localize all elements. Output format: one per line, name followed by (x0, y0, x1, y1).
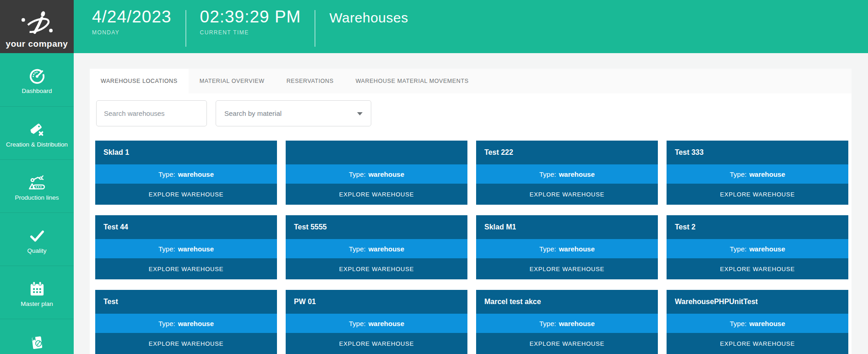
company-name: your company (6, 39, 68, 49)
warehouse-type-value: warehouse (369, 245, 404, 253)
tab-warehouse-locations[interactable]: WAREHOUSE LOCATIONS (90, 69, 189, 93)
warehouse-type-value: warehouse (749, 170, 785, 178)
warehouse-type-row: Type: warehouse (476, 314, 658, 333)
warehouse-card-header: PW 01 (286, 290, 467, 314)
chevron-down-icon (357, 112, 363, 115)
warehouse-name: Marcel test akce (484, 298, 541, 306)
topbar-divider (185, 10, 186, 47)
warehouse-card-header: Marcel test akce (476, 290, 658, 314)
warehouse-type-row: Type: warehouse (95, 239, 277, 258)
warehouse-type-row: Type: warehouse (667, 164, 848, 184)
tab-reservations[interactable]: RESERVATIONS (276, 69, 345, 93)
warehouse-name: Test 44 (103, 223, 128, 231)
current-date: 4/24/2023 (92, 7, 172, 27)
warehouse-type-row: Type: warehouse (286, 164, 467, 184)
explore-warehouse-button[interactable]: EXPLORE WAREHOUSE (667, 184, 848, 205)
explore-warehouse-button[interactable]: EXPLORE WAREHOUSE (476, 258, 658, 279)
warehouse-name: WarehousePHPUnitTest (675, 298, 758, 306)
sidebar: Dashboard Creation & Distribution (0, 53, 74, 354)
date-block: 4/24/2023 MONDAY (92, 0, 172, 36)
warehouse-type-value: warehouse (369, 320, 404, 327)
warehouse-card-header: Sklad 1 (95, 141, 277, 164)
warehouse-card: PW 01 Type: warehouse EXPLORE WAREHOUSE (286, 290, 467, 354)
explore-warehouse-button[interactable]: EXPLORE WAREHOUSE (95, 184, 277, 205)
explore-warehouse-button[interactable]: EXPLORE WAREHOUSE (667, 333, 848, 354)
search-by-material-select[interactable]: Search by material (216, 100, 371, 126)
warehouse-name: Sklad 1 (103, 148, 129, 157)
warehouse-type-row: Type: warehouse (286, 239, 467, 258)
warehouse-card-header: WarehousePHPUnitTest (667, 290, 848, 314)
explore-warehouse-button[interactable]: EXPLORE WAREHOUSE (95, 258, 277, 279)
explore-warehouse-button[interactable]: EXPLORE WAREHOUSE (95, 333, 277, 354)
sidebar-item-dashboard[interactable]: Dashboard (0, 53, 74, 106)
warehouse-type-row: Type: warehouse (476, 239, 658, 258)
warehouse-card-header: Sklad M1 (476, 215, 658, 239)
warehouse-card: Sklad M1 Type: warehouse EXPLORE WAREHOU… (476, 215, 658, 279)
sidebar-item-label: Creation & Distribution (6, 141, 68, 148)
sidebar-item-master-plan[interactable]: Master plan (0, 266, 74, 319)
warehouse-type-row: Type: warehouse (95, 314, 277, 333)
warehouse-card: Test 2 Type: warehouse EXPLORE WAREHOUSE (667, 215, 848, 279)
warehouse-type-value: warehouse (559, 245, 595, 253)
explore-warehouse-button[interactable]: EXPLORE WAREHOUSE (286, 184, 467, 205)
app-root: your company 4/24/2023 MONDAY 02:39:29 P… (0, 0, 868, 354)
warehouse-card: WarehousePHPUnitTest Type: warehouse EXP… (667, 290, 848, 354)
warehouse-type-value: warehouse (178, 320, 214, 327)
sidebar-item-label: Quality (27, 247, 46, 254)
warehouse-card-header: Test (95, 290, 277, 314)
tab-warehouse-material-movements[interactable]: WAREHOUSE MATERIAL MOVEMENTS (345, 69, 480, 93)
tab-bar: WAREHOUSE LOCATIONS MATERIAL OVERVIEW RE… (90, 69, 852, 93)
current-time: 02:39:29 PM (200, 7, 301, 27)
warehouse-type-label: Type: (539, 320, 556, 327)
sidebar-item-creation-distribution[interactable]: Creation & Distribution (0, 106, 74, 159)
warehouse-name: Test 2 (675, 223, 695, 231)
warehouse-card-header: Test 2 (667, 215, 848, 239)
search-warehouses-input[interactable] (96, 100, 207, 126)
topbar-divider (315, 10, 315, 47)
current-date-day: MONDAY (92, 29, 172, 36)
warehouse-type-value: warehouse (559, 170, 595, 178)
abstract-figure-logo (14, 10, 60, 38)
warehouse-card: Test 5555 Type: warehouse EXPLORE WAREHO… (286, 215, 467, 279)
warehouse-type-label: Type: (349, 245, 366, 253)
warehouse-name: Test (103, 298, 118, 306)
warehouse-card-header (286, 141, 467, 164)
warehouse-type-row: Type: warehouse (667, 314, 848, 333)
sidebar-item-package[interactable] (0, 319, 74, 354)
explore-warehouse-button[interactable]: EXPLORE WAREHOUSE (476, 333, 658, 354)
warehouse-name: Test 222 (484, 148, 513, 157)
warehouse-name: Sklad M1 (484, 223, 516, 231)
warehouse-type-label: Type: (158, 320, 175, 327)
warehouse-type-row: Type: warehouse (286, 314, 467, 333)
tag-x-icon (28, 120, 46, 139)
explore-warehouse-button[interactable]: EXPLORE WAREHOUSE (476, 184, 658, 205)
warehouse-card: Test Type: warehouse EXPLORE WAREHOUSE (95, 290, 277, 354)
warehouse-type-value: warehouse (749, 320, 785, 327)
topbar: 4/24/2023 MONDAY 02:39:29 PM CURRENT TIM… (74, 0, 868, 53)
explore-warehouse-button[interactable]: EXPLORE WAREHOUSE (286, 258, 467, 279)
warehouse-type-label: Type: (158, 170, 175, 178)
warehouse-card: Marcel test akce Type: warehouse EXPLORE… (476, 290, 658, 354)
warehouse-type-row: Type: warehouse (95, 164, 277, 184)
search-by-material-label: Search by material (224, 109, 282, 117)
warehouse-name: Test 333 (675, 148, 704, 157)
company-logo[interactable]: your company (0, 0, 74, 53)
sidebar-item-label: Production lines (15, 194, 59, 201)
content-panel: WAREHOUSE LOCATIONS MATERIAL OVERVIEW RE… (90, 69, 852, 354)
warehouse-type-value: warehouse (369, 170, 404, 178)
sidebar-item-production-lines[interactable]: Production lines (0, 159, 74, 212)
sidebar-item-quality[interactable]: Quality (0, 212, 74, 266)
warehouse-card: Type: warehouse EXPLORE WAREHOUSE (286, 141, 467, 205)
warehouse-card: Test 222 Type: warehouse EXPLORE WAREHOU… (476, 141, 658, 205)
warehouse-type-value: warehouse (749, 245, 785, 253)
warehouse-name: PW 01 (294, 298, 316, 306)
tab-material-overview[interactable]: MATERIAL OVERVIEW (189, 69, 276, 93)
warehouse-card: Test 333 Type: warehouse EXPLORE WAREHOU… (667, 141, 848, 205)
explore-warehouse-button[interactable]: EXPLORE WAREHOUSE (667, 258, 848, 279)
explore-warehouse-button[interactable]: EXPLORE WAREHOUSE (286, 333, 467, 354)
warehouse-type-label: Type: (730, 320, 747, 327)
warehouse-card-header: Test 5555 (286, 215, 467, 239)
checkmark-icon (28, 227, 46, 245)
warehouse-card: Sklad 1 Type: warehouse EXPLORE WAREHOUS… (95, 141, 277, 205)
filter-row: Search by material (96, 100, 852, 126)
